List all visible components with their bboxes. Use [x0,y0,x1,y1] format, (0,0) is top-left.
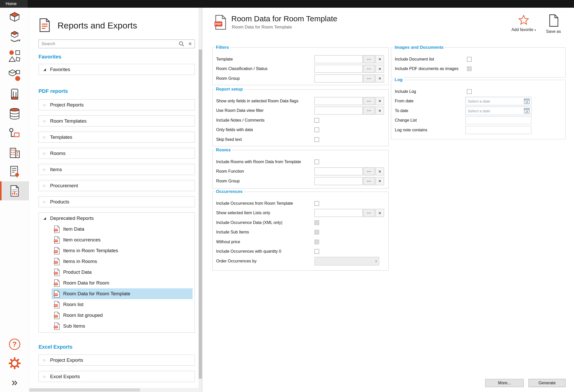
panel-title-row: Reports and Exports [39,18,195,32]
tree-item-room-templates[interactable]: ▷ Room Templates [39,115,195,126]
collapsed-arrow-icon[interactable]: ▷ [43,358,49,362]
calendar-icon[interactable]: 15 [524,108,530,114]
generate-button[interactable]: Generate [529,379,566,387]
search-input[interactable] [41,41,178,46]
certified-doc-icon[interactable] [0,162,29,181]
tree-item-products[interactable]: ▷ Products [39,196,195,207]
include-log-checkbox[interactable] [467,89,472,94]
room-group-browse-button[interactable]: ••• [363,74,375,82]
attachments-icon[interactable] [0,85,29,104]
tree-child-items-in-rooms[interactable]: PDF Items in Rooms [52,256,193,267]
tree-child-room-list-grouped[interactable]: PDF Room list grouped [52,310,193,321]
room-group-input[interactable] [314,74,363,82]
collapsed-arrow-icon[interactable]: ▷ [43,135,49,139]
to-date-input[interactable]: Select a date 15 [465,106,531,115]
collapsed-arrow-icon[interactable]: ▷ [43,375,49,378]
help-icon[interactable]: ? [0,335,29,354]
view-filter-browse-button[interactable]: ••• [363,107,375,115]
tree-child-item-occurrences[interactable]: PDF Item occurrences [52,234,193,245]
log-note-input[interactable] [465,126,531,134]
horizontal-scrollbar[interactable] [29,388,199,392]
rooms-room-group-clear-button[interactable]: ✕ [376,177,384,185]
logistics-icon[interactable] [0,124,29,143]
collapsed-arrow-icon[interactable]: ▷ [43,200,49,204]
tree-item-project-exports[interactable]: ▷ Project Exports [39,355,195,366]
tree-item-rooms[interactable]: ▷ Rooms [39,148,195,159]
rooms-room-group-input[interactable] [314,177,363,185]
tree-child-product-data[interactable]: PDF Product Data [52,267,193,278]
item-lists-browse-button[interactable]: ••• [363,209,375,217]
tree-item-deprecated-reports[interactable]: ◢ Deprecated Reports [39,213,195,224]
shapes-icon[interactable] [0,46,29,65]
collapsed-arrow-icon[interactable]: ▷ [43,151,49,155]
include-rooms-checkbox[interactable] [314,160,319,164]
item-lists-clear-button[interactable]: ✕ [376,209,384,217]
collapsed-arrow-icon[interactable]: ▷ [43,184,49,188]
tree-item-items[interactable]: ▷ Items [39,164,195,175]
room-group-clear-button[interactable]: ✕ [376,74,384,82]
tree-child-room-list[interactable]: PDF Room list [52,299,193,310]
add-favorite-label: Add favorite [511,27,533,32]
room-function-clear-button[interactable]: ✕ [376,168,384,175]
tree-child-room-data-for-room-template-selected[interactable]: PDF Room Data for Room Template [52,288,193,299]
tree-item-excel-exports[interactable]: ▷ Excel Exports [39,371,195,382]
search-icon[interactable] [178,41,185,47]
order-occurrences-dropdown[interactable]: ▾ [314,257,379,265]
collapsed-arrow-icon[interactable]: ▷ [43,168,49,171]
field-label: From date [395,99,414,103]
vertical-scrollbar-thumb[interactable] [199,50,202,379]
rooms-room-group-browse-button[interactable]: ••• [363,177,375,185]
expanded-arrow-icon[interactable]: ◢ [43,216,49,220]
tree-item-favorites[interactable]: ◢ Favorites [39,64,195,75]
template-browse-button[interactable]: ••• [363,55,375,63]
room-classification-input[interactable] [314,65,363,73]
horizontal-scrollbar-thumb[interactable] [30,388,140,391]
save-as-button[interactable]: Save as [542,14,565,34]
buildings-icon[interactable] [0,143,29,162]
expand-rail-icon[interactable]: » [0,373,29,392]
tree-child-items-in-room-templates[interactable]: PDF Items in Room Templates [52,245,193,256]
tree-item-procurement[interactable]: ▷ Procurement [39,180,195,191]
view-filter-clear-button[interactable]: ✕ [376,107,384,115]
room-data-flags-browse-button[interactable]: ••• [363,97,375,105]
view-filter-input[interactable] [314,107,363,115]
room-data-flags-input[interactable] [314,97,363,105]
room-classification-clear-button[interactable]: ✕ [376,65,384,73]
tree-item-templates[interactable]: ▷ Templates [39,132,195,143]
template-clear-button[interactable]: ✕ [376,55,384,63]
only-fields-with-data-checkbox[interactable] [314,128,319,132]
tab-home[interactable]: Home [0,0,27,8]
template-input[interactable] [314,55,363,63]
add-favorite-button[interactable]: Add favorite ▾ [510,14,538,33]
expanded-arrow-icon[interactable]: ◢ [43,67,49,71]
include-document-list-checkbox[interactable] [467,57,472,62]
search-clear-icon[interactable]: ✕ [188,41,192,47]
more-button[interactable]: More... [485,379,524,387]
database-icon[interactable] [0,104,29,123]
change-list-input[interactable] [465,116,531,124]
room-classification-browse-button[interactable]: ••• [363,65,375,73]
skip-fixed-text-checkbox[interactable] [314,137,319,142]
space-sync-icon[interactable] [0,27,29,46]
room-function-browse-button[interactable]: ••• [363,168,375,175]
from-date-input[interactable]: Select a date 15 [465,97,531,105]
tree-child-room-data-for-room[interactable]: PDF Room Data for Room [52,278,193,288]
vertical-scrollbar[interactable] [198,8,202,392]
reports-icon-selected[interactable] [0,181,29,200]
tree-child-item-data[interactable]: PDF Item Data [52,224,193,234]
quantity-zero-checkbox[interactable] [314,249,319,254]
spaces-icon[interactable] [0,8,29,27]
include-occurrences-checkbox[interactable] [314,201,319,206]
tree-child-sub-items[interactable]: PDF Sub Items [52,321,193,331]
tree-item-project-reports[interactable]: ▷ Project Reports [39,99,195,110]
item-lists-input[interactable] [314,209,363,217]
components-icon[interactable] [0,66,29,85]
include-notes-checkbox[interactable] [314,118,319,123]
room-data-flags-clear-button[interactable]: ✕ [376,97,384,105]
room-function-input[interactable] [314,168,363,175]
settings-icon[interactable] [0,354,29,373]
collapsed-arrow-icon[interactable]: ▷ [43,103,49,107]
collapsed-arrow-icon[interactable]: ▷ [43,119,49,123]
calendar-icon[interactable]: 15 [524,98,530,104]
row-only-fields-with-data: Only fields with data [213,125,388,135]
